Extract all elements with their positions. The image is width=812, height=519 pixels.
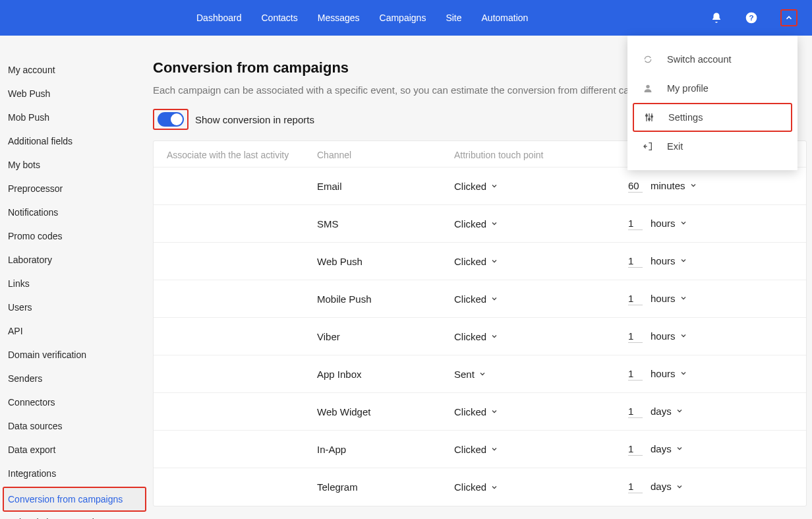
row-channel: Telegram — [317, 481, 454, 493]
sidebar-item-additional-fields[interactable]: Additional fields — [5, 131, 144, 152]
sidebar-item-my-bots[interactable]: My bots — [5, 154, 144, 175]
header-channel: Channel — [317, 150, 454, 160]
sidebar-item-domain-verification[interactable]: Domain verification — [5, 344, 144, 365]
sidebar-item-integrations[interactable]: Integrations — [5, 463, 144, 484]
sidebar-item-my-account[interactable]: My account — [5, 59, 144, 80]
row-channel: SMS — [317, 218, 454, 229]
chevron-down-icon — [490, 332, 498, 340]
nav-contacts[interactable]: Contacts — [262, 13, 298, 23]
dropdown-switch-account[interactable]: Switch account — [627, 45, 798, 74]
chevron-down-icon — [680, 257, 687, 264]
chevron-down-icon — [490, 483, 498, 491]
sidebar-item-users[interactable]: Users — [5, 297, 144, 318]
window-unit-select[interactable]: hours — [651, 218, 687, 229]
table-row: Mobile PushClicked 1hours — [154, 280, 806, 318]
window-number-input[interactable]: 1 — [628, 330, 643, 343]
table-row: ViberClicked 1hours — [154, 318, 806, 355]
chevron-down-icon — [676, 444, 683, 452]
show-conversion-label: Show conversion in reports — [195, 114, 314, 125]
sidebar-item-data-export[interactable]: Data export — [5, 439, 144, 460]
chevron-down-icon — [680, 219, 687, 227]
chevron-down-icon — [689, 181, 697, 189]
dropdown-exit[interactable]: Exit — [627, 132, 798, 161]
sidebar-item-subscription-categories[interactable]: Subscription categories — [5, 512, 144, 519]
window-number-input[interactable]: 1 — [628, 481, 643, 493]
window-unit-select[interactable]: days — [651, 443, 683, 454]
touch-select[interactable]: Clicked — [454, 406, 498, 417]
table-row: TelegramClicked 1days — [154, 468, 806, 506]
header-associate: Associate with the last activity — [167, 150, 317, 160]
sidebar: My account Web Push Mob Push Additional … — [5, 59, 144, 519]
window-unit-select[interactable]: hours — [651, 368, 687, 379]
dropdown-label: Exit — [667, 141, 683, 152]
sidebar-item-senders[interactable]: Senders — [5, 368, 144, 389]
sidebar-item-laboratory[interactable]: Laboratory — [5, 249, 144, 270]
account-menu-toggle[interactable] — [780, 9, 798, 26]
touch-select[interactable]: Sent — [454, 369, 486, 380]
table-row: Web PushClicked 1hours — [154, 243, 806, 280]
sidebar-item-conversion[interactable]: Conversion from campaigns — [4, 488, 145, 510]
window-number-input[interactable]: 1 — [628, 406, 643, 418]
help-icon[interactable]: ? — [745, 11, 758, 24]
sidebar-item-promo-codes[interactable]: Promo codes — [5, 226, 144, 247]
row-channel: Mobile Push — [317, 293, 454, 305]
window-unit-select[interactable]: hours — [651, 293, 687, 304]
sidebar-item-notifications[interactable]: Notifications — [5, 202, 144, 223]
sidebar-item-mob-push[interactable]: Mob Push — [5, 107, 144, 128]
header-touch: Attribution touch point — [454, 150, 628, 160]
window-unit-select[interactable]: hours — [651, 330, 687, 342]
nav-automation[interactable]: Automation — [482, 13, 529, 23]
touch-select[interactable]: Clicked — [454, 293, 498, 305]
sidebar-item-web-push[interactable]: Web Push — [5, 83, 144, 104]
window-number-input[interactable]: 1 — [628, 368, 643, 381]
nav-site[interactable]: Site — [446, 13, 461, 23]
chevron-down-icon — [680, 294, 687, 302]
window-number-input[interactable]: 60 — [628, 180, 643, 193]
chevron-down-icon — [490, 257, 498, 265]
nav-messages[interactable]: Messages — [318, 13, 360, 23]
nav-campaigns[interactable]: Campaigns — [380, 13, 426, 23]
touch-select[interactable]: Clicked — [454, 331, 498, 342]
row-channel: In-App — [317, 444, 454, 455]
touch-select[interactable]: Clicked — [454, 181, 498, 192]
table-row: Web WidgetClicked 1days — [154, 393, 806, 431]
bell-icon[interactable] — [710, 12, 722, 24]
sidebar-item-preprocessor[interactable]: Preprocessor — [5, 178, 144, 199]
svg-point-3 — [646, 115, 648, 117]
show-conversion-toggle[interactable] — [158, 112, 184, 127]
sidebar-highlight-box: Conversion from campaigns — [3, 487, 146, 512]
window-number-input[interactable]: 1 — [628, 255, 643, 268]
window-number-input[interactable]: 1 — [628, 443, 643, 456]
touch-select[interactable]: Clicked — [454, 444, 498, 455]
top-nav: Dashboard Contacts Messages Campaigns Si… — [196, 13, 528, 23]
chevron-down-icon — [490, 408, 498, 415]
chevron-down-icon — [478, 370, 486, 378]
window-unit-select[interactable]: minutes — [651, 180, 697, 191]
sidebar-item-api[interactable]: API — [5, 321, 144, 342]
header-icon-group: ? — [710, 9, 798, 26]
table-row: In-AppClicked 1days — [154, 431, 806, 468]
touch-select[interactable]: Clicked — [454, 481, 498, 493]
dropdown-label: My profile — [667, 83, 709, 94]
sidebar-item-links[interactable]: Links — [5, 273, 144, 294]
window-number-input[interactable]: 1 — [628, 218, 643, 230]
window-unit-select[interactable]: days — [651, 481, 683, 492]
window-number-input[interactable]: 1 — [628, 293, 643, 305]
chevron-down-icon — [490, 295, 498, 303]
top-header: Dashboard Contacts Messages Campaigns Si… — [0, 0, 812, 36]
chevron-down-icon — [676, 407, 683, 415]
nav-dashboard[interactable]: Dashboard — [196, 13, 242, 23]
row-channel: App Inbox — [317, 369, 454, 380]
table-row: App InboxSent 1hours — [154, 355, 806, 393]
sidebar-item-data-sources[interactable]: Data sources — [5, 415, 144, 437]
dropdown-settings[interactable]: Settings — [633, 103, 792, 132]
dropdown-my-profile[interactable]: My profile — [627, 74, 798, 103]
window-unit-select[interactable]: hours — [651, 255, 687, 266]
touch-select[interactable]: Clicked — [454, 256, 498, 267]
window-unit-select[interactable]: days — [651, 406, 683, 417]
sidebar-item-connectors[interactable]: Connectors — [5, 392, 144, 413]
row-channel: Viber — [317, 331, 454, 342]
touch-select[interactable]: Clicked — [454, 218, 498, 229]
account-dropdown: Switch account My profile Settings Exit — [627, 36, 798, 170]
chevron-down-icon — [680, 332, 687, 340]
